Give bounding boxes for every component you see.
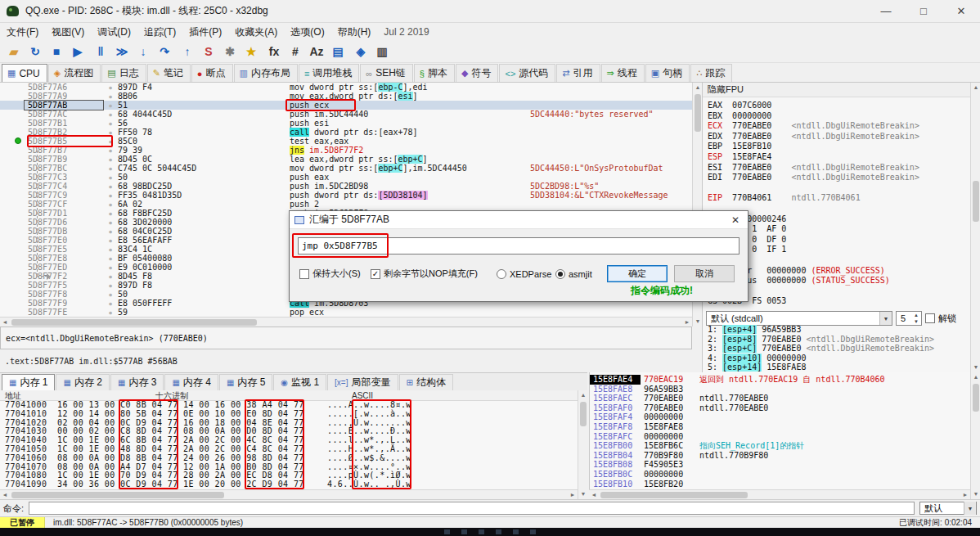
close-button[interactable]: ✕	[942, 0, 980, 23]
stack-hscrollbar[interactable]: ◄ ►	[589, 489, 970, 499]
disasm-row[interactable]: 5D8F77CF ● 6A 02 push 2	[0, 200, 692, 209]
registers-vscrollbar[interactable]: ▲ ▼	[970, 83, 980, 372]
run-icon[interactable]: ▶	[67, 43, 88, 61]
run-trace-icon[interactable]: ≫	[111, 43, 133, 61]
view-tab[interactable]: ● 断点	[191, 64, 233, 82]
bottom-tab[interactable]: ▦ 内存 5	[219, 374, 272, 390]
scroll-up-icon[interactable]: ▲	[578, 390, 588, 400]
menu-item[interactable]: 文件(F)	[0, 24, 45, 41]
assemble-input[interactable]	[298, 237, 739, 254]
breakpoint-margin[interactable]	[0, 119, 25, 128]
memory-row[interactable]: 77041060 08 00 0A 00 D8 8B 04 77 24 00 2…	[0, 454, 578, 463]
register-line[interactable]: ESP 15E8FAE4	[708, 152, 969, 163]
breakpoint-margin[interactable]	[0, 110, 25, 119]
disasm-row[interactable]: 5D8F77B1 ● 56 push esi	[0, 119, 692, 128]
breakpoint-margin[interactable]	[0, 137, 25, 146]
view-tab[interactable]: ✎ 笔记	[147, 64, 191, 82]
argument-line[interactable]: 3: [esp+C] 770EABE0 <ntdll.DbgUiRemoteBr…	[708, 344, 977, 354]
disasm-row[interactable]: 5D8F77C3 ● 50 push eax	[0, 173, 692, 182]
chevron-down-icon[interactable]: ▼	[879, 312, 892, 325]
scylla-icon[interactable]: S	[198, 43, 219, 61]
nop-fill-option[interactable]: ✓ 剩余字节以NOP填充(F)	[371, 265, 478, 282]
memory-row[interactable]: 77041090 34 00 36 00 0C D9 04 77 1E 00 2…	[0, 480, 578, 489]
scroll-up-icon[interactable]: ▲	[971, 372, 980, 382]
disasm-row[interactable]: 5D8F77B5 ● 85C0 test eax,eax	[0, 137, 692, 146]
disasm-hscrollbar[interactable]: ◄ ►	[0, 317, 692, 327]
breakpoint-margin[interactable]	[0, 218, 25, 227]
strings-az-icon[interactable]: Az	[306, 43, 327, 61]
register-line[interactable]: EBP 15E8FB10	[708, 142, 969, 152]
execute-till-return-icon[interactable]: ↑	[177, 43, 198, 61]
memory-hscrollbar[interactable]: ◄ ►	[0, 489, 578, 499]
keep-size-option[interactable]: 保持大小(S)	[299, 265, 361, 282]
disasm-row[interactable]: 5D8F77C9 ● FF35 0481D35D push dword ptr …	[0, 191, 692, 200]
breakpoint-margin[interactable]	[0, 191, 25, 200]
stack-row[interactable]: 15E8FAFC 00000000	[590, 432, 970, 442]
terminal-icon[interactable]: ▥	[371, 43, 393, 61]
maximize-button[interactable]: □	[905, 0, 942, 23]
view-tab[interactable]: § 脚本	[414, 64, 455, 82]
command-input[interactable]	[29, 502, 915, 515]
view-tab[interactable]: ▣ 句柄	[645, 64, 690, 82]
assemble-fx-icon[interactable]: fx	[263, 43, 285, 61]
breakpoint-dot-icon[interactable]	[15, 137, 21, 144]
favourites-star-icon[interactable]: ★	[241, 43, 262, 61]
breakpoint-margin[interactable]	[0, 209, 25, 218]
menu-item[interactable]: 帮助(H)	[331, 24, 378, 41]
convention-dropdown[interactable]: 默认 (stdcall) ▼	[706, 311, 892, 326]
breakpoint-margin[interactable]	[0, 182, 25, 191]
view-tab[interactable]: ≡ 调用堆栈	[299, 64, 359, 82]
view-tab[interactable]: ▤ 日志	[101, 64, 146, 82]
scroll-down-icon[interactable]: ▼	[971, 489, 980, 499]
disasm-row[interactable]: 5D8F77BC ● C745 0C 5044C45D mov dword pt…	[0, 164, 692, 173]
memory-dump-view[interactable]: 地址 十六进制 ASCII 77041000 16 00 13 00 C0 8B…	[0, 390, 578, 499]
spinner-arrows-icon[interactable]: ▲▼	[911, 312, 921, 325]
register-line[interactable]: ECX 770EABE0 <ntdll.DbgUiRemoteBreakin>	[708, 121, 969, 132]
stack-view[interactable]: 15E8FAE4 770EAC19 返回到 ntdll.770EAC19 自 n…	[589, 372, 970, 489]
nop-fill-checkbox[interactable]: ✓	[371, 269, 380, 279]
breakpoint-margin[interactable]	[0, 128, 25, 137]
bottom-tab[interactable]: ▦ 内存 4	[164, 374, 218, 390]
breakpoint-margin[interactable]	[0, 236, 25, 245]
bottom-tab[interactable]: ◉ 监视 1	[273, 374, 326, 390]
bottom-tab[interactable]: ⊞ 结构体	[399, 374, 453, 390]
cancel-button[interactable]: 取消	[674, 265, 735, 282]
bottom-tab[interactable]: [x=] 局部变量	[327, 374, 398, 390]
breakpoint-margin[interactable]	[0, 308, 25, 317]
breakpoint-margin[interactable]	[0, 83, 25, 92]
argument-line[interactable]: 5: [esp+14] 15E8FAE8	[708, 363, 977, 372]
disasm-row[interactable]: 5D8F77B7 ● 79 39 jns im.5D8F77F2	[0, 146, 692, 155]
stack-row[interactable]: 15E8FB00 15E8FB6C 指向SEH_Record[1]的指针	[590, 441, 970, 451]
argument-line[interactable]: 1: [esp+4] 96A59BB3	[708, 325, 977, 335]
register-line[interactable]: EDI 770EABE0 <ntdll.DbgUiRemoteBreakin>	[708, 173, 969, 183]
arg-count-spinner[interactable]: 5 ▲▼	[896, 311, 922, 326]
register-line[interactable]: EIP 770B4061 ntdll.770B4061	[708, 193, 969, 204]
scroll-down-icon[interactable]: ▼	[971, 363, 980, 372]
disasm-row[interactable]: 5D8F77AB ● 51 push ecx	[0, 101, 692, 110]
graph-icon[interactable]: ◈	[350, 43, 371, 61]
command-preset-dropdown[interactable]: 默认 ▼	[919, 502, 977, 515]
memory-vscrollbar[interactable]: ▲ ▼	[578, 390, 587, 499]
disasm-row[interactable]: 5D8F77B9 ● 8D45 0C lea eax,dword ptr ss:…	[0, 155, 692, 164]
dialog-close-button[interactable]: ✕	[723, 211, 748, 229]
view-tab[interactable]: ∞ SEH链	[360, 64, 413, 82]
stop-icon[interactable]: ■	[46, 43, 67, 61]
step-over-icon[interactable]: ↷	[154, 43, 175, 61]
breakpoint-margin[interactable]	[0, 227, 25, 236]
bottom-tab[interactable]: ▦ 内存 2	[56, 374, 109, 390]
disasm-row[interactable]: 5D8F77B2 ● FF50 78 call dword ptr ds:[ea…	[0, 128, 692, 137]
menu-item[interactable]: 收藏夹(A)	[228, 24, 284, 41]
menu-item[interactable]: 插件(P)	[182, 24, 228, 41]
disasm-row[interactable]: 5D8F77AC ● 68 4044C45D push im.5DC44440 …	[0, 110, 692, 119]
breakpoint-margin[interactable]	[0, 164, 25, 173]
disasm-row[interactable]: 5D8F77FE ● 59 pop ecx	[0, 308, 692, 317]
xedparse-option[interactable]: XEDParse	[497, 265, 551, 282]
stack-row[interactable]: 15E8FB08 F45905E3	[590, 460, 970, 470]
stack-row[interactable]: 15E8FAF4 00000000	[590, 412, 970, 422]
breakpoint-margin[interactable]	[0, 299, 25, 308]
view-tab[interactable]: ▥ 内存布局	[234, 64, 298, 82]
hide-fpu-button[interactable]: 隐藏FPU	[703, 83, 980, 97]
register-line[interactable]	[708, 183, 969, 194]
breakpoint-margin[interactable]	[0, 173, 25, 182]
ok-button[interactable]: 确定	[607, 265, 668, 282]
